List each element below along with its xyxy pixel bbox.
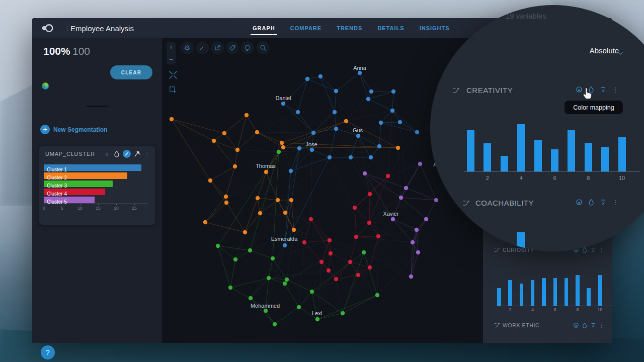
graph-node[interactable] bbox=[224, 195, 228, 199]
search-button[interactable] bbox=[257, 41, 270, 54]
graph-node[interactable] bbox=[418, 162, 422, 166]
graph-node[interactable] bbox=[329, 251, 333, 255]
graph-node[interactable] bbox=[283, 282, 287, 286]
graph-node[interactable] bbox=[233, 164, 237, 168]
magic-layout-button[interactable] bbox=[196, 41, 209, 54]
variable-row-work-ethic[interactable]: WORK ETHIC x ⋮ bbox=[494, 322, 605, 328]
graph-node[interactable] bbox=[368, 265, 372, 269]
graph-node[interactable] bbox=[404, 186, 408, 190]
fit-view-button[interactable] bbox=[167, 68, 180, 81]
cluster-bar[interactable]: Cluster 5 bbox=[44, 197, 95, 203]
histogram-bar[interactable] bbox=[553, 278, 557, 306]
histogram-bar[interactable] bbox=[467, 130, 474, 172]
graph-node[interactable] bbox=[369, 155, 373, 159]
graph-node[interactable] bbox=[391, 217, 395, 221]
graph-node[interactable] bbox=[362, 250, 366, 254]
histogram-bar[interactable] bbox=[576, 275, 580, 306]
histogram-bar[interactable] bbox=[508, 280, 512, 306]
graph-node[interactable] bbox=[327, 268, 331, 273]
graph-node[interactable] bbox=[356, 273, 360, 277]
graph-node[interactable] bbox=[334, 89, 338, 93]
new-segmentation-label[interactable]: New Segmentation bbox=[53, 126, 107, 133]
graph-node[interactable] bbox=[224, 201, 228, 205]
mean-icon[interactable]: x bbox=[590, 247, 596, 253]
graph-node[interactable] bbox=[267, 276, 271, 280]
mean-icon[interactable]: x bbox=[599, 85, 607, 94]
graph-node[interactable] bbox=[416, 250, 420, 254]
histogram-bar[interactable] bbox=[517, 124, 525, 172]
graph-node[interactable] bbox=[245, 113, 249, 117]
color-mapping-icon[interactable] bbox=[587, 198, 595, 206]
plot-type-icon[interactable] bbox=[575, 198, 583, 206]
cluster-bar[interactable]: Cluster 2 bbox=[44, 172, 127, 179]
sidebar-divider-handle[interactable] bbox=[87, 106, 108, 107]
histogram-bar[interactable] bbox=[598, 275, 602, 306]
cluster-bar[interactable]: Cluster 4 bbox=[44, 189, 105, 195]
add-segmentation-button[interactable]: + bbox=[40, 125, 50, 134]
graph-node[interactable] bbox=[292, 228, 296, 232]
graph-node[interactable] bbox=[377, 144, 381, 148]
graph-node[interactable] bbox=[376, 234, 380, 238]
tab-insights[interactable]: INSIGHTS bbox=[419, 19, 451, 38]
graph-node[interactable] bbox=[228, 286, 232, 290]
graph-node[interactable] bbox=[358, 71, 362, 75]
histogram-bar[interactable] bbox=[568, 130, 575, 172]
zoom-in-icon[interactable]: + bbox=[169, 44, 173, 50]
select-area-button[interactable] bbox=[167, 83, 180, 97]
mean-icon[interactable]: x bbox=[590, 322, 596, 328]
graph-node[interactable] bbox=[375, 293, 379, 297]
mode-selector[interactable]: Absolute bbox=[511, 46, 619, 55]
kebab-icon[interactable]: ⋮ bbox=[599, 247, 605, 253]
graph-node[interactable] bbox=[248, 248, 252, 252]
graph-node[interactable] bbox=[398, 120, 402, 124]
graph-node[interactable] bbox=[243, 230, 247, 234]
edit-icon[interactable] bbox=[123, 150, 131, 158]
graph-node[interactable] bbox=[390, 109, 394, 113]
graph-node[interactable] bbox=[409, 275, 413, 279]
graph-node[interactable] bbox=[280, 141, 284, 145]
droplet-icon[interactable] bbox=[113, 150, 120, 158]
zoom-out-icon[interactable]: − bbox=[169, 56, 173, 63]
tab-details[interactable]: DETAILS bbox=[376, 19, 405, 38]
graph-node[interactable] bbox=[356, 134, 360, 138]
export-button[interactable] bbox=[211, 41, 224, 54]
graph-node[interactable] bbox=[424, 217, 428, 221]
histogram-bar[interactable] bbox=[534, 140, 542, 172]
graph-node[interactable] bbox=[363, 171, 367, 175]
graph-node[interactable] bbox=[434, 198, 438, 202]
graph-node[interactable] bbox=[233, 257, 237, 261]
histogram-bar[interactable] bbox=[542, 278, 546, 306]
graph-node[interactable] bbox=[341, 311, 345, 315]
sort-icon[interactable]: ↓↑ bbox=[103, 150, 110, 158]
graph-node[interactable] bbox=[302, 240, 306, 244]
histogram-bar[interactable] bbox=[618, 137, 626, 172]
graph-node[interactable] bbox=[297, 305, 301, 309]
histogram-bar[interactable] bbox=[551, 149, 558, 172]
graph-node[interactable] bbox=[344, 119, 348, 123]
tab-compare[interactable]: COMPARE bbox=[289, 19, 323, 38]
graph-node[interactable] bbox=[208, 178, 212, 183]
graph-node[interactable] bbox=[334, 127, 338, 131]
chevron-down-icon[interactable] bbox=[617, 50, 624, 59]
graph-node[interactable] bbox=[319, 260, 324, 264]
histogram-bar[interactable] bbox=[520, 284, 524, 306]
graph-node[interactable] bbox=[310, 148, 314, 152]
graph-area[interactable]: AnnaDanielGusJoseThomasXavierEsmeraldaMo… bbox=[162, 38, 483, 343]
histogram-bar[interactable] bbox=[531, 280, 535, 306]
graph-node[interactable] bbox=[315, 317, 319, 321]
histogram-bar[interactable] bbox=[501, 156, 508, 172]
graph-node[interactable] bbox=[391, 89, 395, 94]
graph-node[interactable] bbox=[399, 196, 403, 200]
graph-node[interactable] bbox=[366, 97, 370, 101]
graph-node[interactable] bbox=[297, 146, 301, 150]
graph-node[interactable] bbox=[415, 228, 419, 232]
cluster-bar[interactable]: Cluster 1 bbox=[44, 164, 141, 171]
graph-node[interactable] bbox=[348, 260, 352, 264]
graph-node[interactable] bbox=[415, 130, 419, 134]
graph-node[interactable] bbox=[354, 235, 358, 239]
graph-node[interactable] bbox=[256, 196, 260, 200]
plot-type-icon[interactable] bbox=[575, 85, 583, 94]
graph-node[interactable] bbox=[367, 221, 371, 225]
graph-node[interactable] bbox=[222, 131, 226, 135]
graph-node[interactable] bbox=[258, 211, 262, 215]
